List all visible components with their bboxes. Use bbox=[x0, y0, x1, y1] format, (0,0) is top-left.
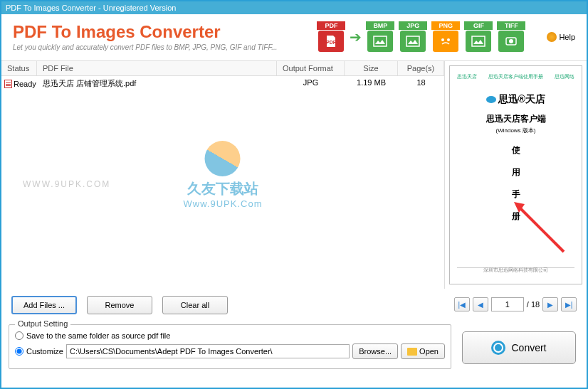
watermark-side: WWW.9UPK.COM bbox=[23, 179, 110, 189]
col-file[interactable]: PDF File bbox=[37, 61, 277, 75]
browse-button[interactable]: Browse... bbox=[352, 343, 398, 359]
pv-footer: 深圳市思迅网络科技有限公司 bbox=[450, 267, 582, 274]
pv-title: 思迅天店客户端 bbox=[457, 113, 574, 125]
help-label: Help bbox=[559, 33, 575, 41]
col-size[interactable]: Size bbox=[345, 61, 398, 75]
fmt-png-label: PNG bbox=[431, 21, 460, 30]
jpg-icon bbox=[400, 31, 426, 52]
page-preview[interactable]: 思迅天店 思迅天店客户端使用手册 思迅网络 思迅®天店 思迅天店客户端 (Win… bbox=[449, 65, 582, 284]
pv-top-right: 思迅网络 bbox=[555, 73, 574, 80]
same-folder-radio[interactable] bbox=[15, 331, 23, 340]
file-table[interactable]: Status PDF File Output Format Size Page(… bbox=[1, 61, 444, 289]
png-icon bbox=[433, 31, 458, 52]
tiff-icon bbox=[498, 31, 524, 52]
output-setting-group: Output Setting Save to the same folder a… bbox=[9, 324, 451, 369]
pv-c4: 册 bbox=[457, 211, 574, 223]
open-button[interactable]: Open bbox=[401, 343, 445, 359]
next-page-button[interactable]: ▶ bbox=[542, 297, 558, 311]
clear-all-button[interactable]: Clear all bbox=[162, 296, 228, 314]
titlebar-text: PDF To Images Converter - Unregistered V… bbox=[6, 4, 176, 12]
pv-sub: (Windows 版本) bbox=[457, 127, 574, 134]
gif-icon bbox=[466, 31, 491, 52]
watermark-logo-icon bbox=[205, 141, 241, 176]
pv-c3: 手 bbox=[457, 188, 574, 201]
folder-icon bbox=[407, 348, 417, 356]
output-path-input[interactable] bbox=[66, 344, 350, 358]
pv-c2: 用 bbox=[457, 166, 574, 178]
pv-c1: 使 bbox=[457, 144, 574, 156]
first-page-button[interactable]: |◀ bbox=[454, 297, 470, 311]
svg-point-3 bbox=[441, 38, 444, 41]
help-button[interactable]: Help bbox=[547, 32, 575, 42]
arrow-icon: ➔ bbox=[350, 23, 362, 51]
remove-button[interactable]: Remove bbox=[87, 296, 152, 314]
pv-brand: 思迅®天店 bbox=[498, 93, 545, 105]
convert-label: Convert bbox=[511, 342, 546, 353]
col-format[interactable]: Output Format bbox=[277, 61, 345, 75]
fmt-gif-label: GIF bbox=[464, 21, 493, 30]
customize-label: Customize bbox=[26, 347, 63, 356]
col-pages[interactable]: Page(s) bbox=[398, 61, 444, 75]
cell-pages: 18 bbox=[398, 78, 444, 89]
cell-file: 思迅天店 店铺管理系统.pdf bbox=[37, 78, 277, 89]
svg-point-7 bbox=[509, 39, 513, 43]
svg-text:PDF: PDF bbox=[326, 40, 337, 45]
watermark: 久友下载站 Www.9UPK.Com bbox=[184, 141, 263, 209]
add-files-button[interactable]: Add Files ... bbox=[11, 296, 77, 314]
pager: |◀ ◀ / 18 ▶ ▶| bbox=[444, 289, 587, 320]
table-row[interactable]: Ready 思迅天店 店铺管理系统.pdf JPG 1.19 MB 18 bbox=[1, 76, 444, 91]
page-total: / 18 bbox=[527, 300, 540, 309]
cloud-icon bbox=[486, 96, 496, 103]
pdf-file-icon bbox=[4, 80, 12, 88]
prev-page-button[interactable]: ◀ bbox=[473, 297, 488, 311]
preview-pane: 思迅天店 思迅天店客户端使用手册 思迅网络 思迅®天店 思迅天店客户端 (Win… bbox=[444, 61, 587, 289]
page-input[interactable] bbox=[491, 297, 524, 311]
pv-top-left: 思迅天店 bbox=[457, 73, 477, 80]
help-icon bbox=[547, 32, 557, 42]
cell-size: 1.19 MB bbox=[345, 78, 398, 89]
bmp-icon bbox=[367, 31, 393, 52]
pdf-icon: PDF bbox=[318, 31, 344, 52]
watermark-cn: 久友下载站 bbox=[184, 179, 263, 198]
same-folder-label: Save to the same folder as source pdf fi… bbox=[26, 331, 170, 340]
customize-radio[interactable] bbox=[15, 347, 23, 356]
col-status[interactable]: Status bbox=[1, 61, 37, 75]
convert-button[interactable]: Convert bbox=[462, 331, 576, 364]
format-bar: PDFPDF ➔ BMP JPG PNG GIF TIFF bbox=[317, 21, 525, 52]
svg-rect-1 bbox=[374, 36, 387, 46]
output-legend: Output Setting bbox=[15, 319, 70, 328]
app-title: PDF To Images Converter bbox=[13, 22, 317, 42]
fmt-pdf-label: PDF bbox=[317, 21, 345, 30]
svg-rect-5 bbox=[472, 36, 485, 46]
app-subtitle: Let you quickly and accurately convert P… bbox=[13, 43, 317, 51]
svg-rect-2 bbox=[406, 36, 419, 46]
cell-format: JPG bbox=[277, 78, 345, 89]
fmt-jpg-label: JPG bbox=[399, 21, 427, 30]
pv-top-center: 思迅天店客户端使用手册 bbox=[488, 73, 543, 80]
annotation-arrow-icon bbox=[503, 191, 567, 255]
last-page-button[interactable]: ▶| bbox=[561, 297, 577, 311]
cell-status: Ready bbox=[14, 80, 36, 88]
convert-icon bbox=[491, 341, 505, 355]
titlebar: PDF To Images Converter - Unregistered V… bbox=[1, 1, 587, 14]
svg-point-4 bbox=[447, 38, 450, 41]
fmt-tiff-label: TIFF bbox=[497, 21, 525, 30]
header: PDF To Images Converter Let you quickly … bbox=[1, 14, 587, 60]
fmt-bmp-label: BMP bbox=[366, 21, 394, 30]
watermark-en: Www.9UPK.Com bbox=[184, 198, 263, 209]
